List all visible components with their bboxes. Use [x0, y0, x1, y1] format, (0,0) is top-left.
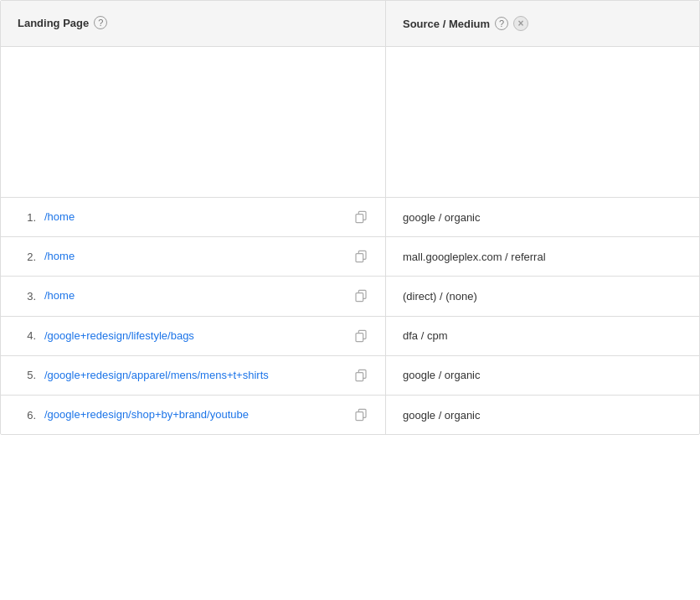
svg-rect-7 [356, 333, 363, 341]
landing-cell: 4. /google+redesign/lifestyle/bags [1, 317, 386, 355]
landing-page-help-icon[interactable]: ? [94, 16, 107, 29]
row-number: 3. [18, 290, 36, 303]
source-medium-close-icon[interactable]: × [513, 16, 528, 31]
landing-page-link[interactable]: /google+redesign/shop+by+brand/youtube [44, 407, 345, 422]
copy-link-icon[interactable] [353, 249, 368, 264]
source-cell: (direct) / (none) [386, 277, 699, 315]
svg-rect-5 [356, 293, 363, 302]
svg-rect-1 [356, 215, 363, 223]
source-value: google / organic [403, 211, 481, 224]
copy-link-icon[interactable] [353, 209, 368, 225]
source-value: mall.googleplex.com / referral [403, 251, 546, 263]
landing-page-title: Landing Page [18, 17, 89, 29]
source-value: google / organic [403, 409, 481, 422]
copy-link-icon[interactable] [353, 328, 368, 344]
landing-page-link[interactable]: /google+redesign/apparel/mens/mens+t+shi… [44, 368, 345, 383]
source-cell: google / organic [386, 198, 699, 236]
landing-cell: 1. /home [1, 198, 386, 236]
copy-link-icon[interactable] [353, 407, 368, 422]
row-number: 2. [18, 251, 36, 263]
main-table: Landing Page ? Source / Medium ? × 1. /h… [0, 0, 700, 435]
table-row: 4. /google+redesign/lifestyle/bags dfa /… [1, 317, 699, 356]
landing-page-link[interactable]: /home [44, 209, 345, 225]
row-number: 1. [18, 211, 36, 224]
table-row: 2. /home mall.googleplex.com / referral [1, 237, 699, 277]
svg-rect-11 [356, 412, 363, 421]
landing-page-link[interactable]: /home [44, 288, 345, 303]
copy-link-icon[interactable] [353, 368, 368, 383]
source-value: google / organic [403, 369, 481, 381]
landing-page-link[interactable]: /google+redesign/lifestyle/bags [44, 328, 345, 344]
table-header: Landing Page ? Source / Medium ? × [1, 1, 699, 47]
table-row: 3. /home (direct) / (none) [1, 277, 699, 316]
source-medium-help-icon[interactable]: ? [495, 17, 508, 30]
row-number: 6. [18, 409, 36, 422]
landing-cell: 3. /home [1, 277, 386, 315]
source-cell: google / organic [386, 356, 699, 395]
table-body: 1. /home google / organic 2. /home [1, 198, 699, 434]
chart-source-section [386, 47, 699, 197]
chart-landing-section [1, 47, 386, 197]
table-row: 6. /google+redesign/shop+by+brand/youtub… [1, 396, 699, 434]
source-cell: dfa / cpm [386, 317, 699, 355]
source-cell: google / organic [386, 396, 699, 434]
source-cell: mall.googleplex.com / referral [386, 237, 699, 276]
svg-rect-3 [356, 254, 363, 262]
landing-page-column-header: Landing Page ? [1, 1, 386, 46]
landing-cell: 6. /google+redesign/shop+by+brand/youtub… [1, 396, 386, 434]
row-number: 4. [18, 329, 36, 342]
row-number: 5. [18, 369, 36, 381]
chart-area [1, 47, 699, 198]
landing-page-link[interactable]: /home [44, 249, 345, 264]
source-medium-column-header: Source / Medium ? × [386, 1, 699, 46]
source-value: dfa / cpm [403, 329, 447, 342]
landing-cell: 5. /google+redesign/apparel/mens/mens+t+… [1, 356, 386, 395]
source-medium-title: Source / Medium [403, 18, 490, 30]
source-value: (direct) / (none) [403, 290, 477, 303]
table-row: 5. /google+redesign/apparel/mens/mens+t+… [1, 356, 699, 396]
table-row: 1. /home google / organic [1, 198, 699, 237]
source-medium-header-label: Source / Medium ? × [403, 16, 682, 31]
landing-cell: 2. /home [1, 237, 386, 276]
svg-rect-9 [356, 373, 363, 381]
copy-link-icon[interactable] [353, 288, 368, 303]
landing-page-header-label: Landing Page ? [18, 16, 368, 29]
